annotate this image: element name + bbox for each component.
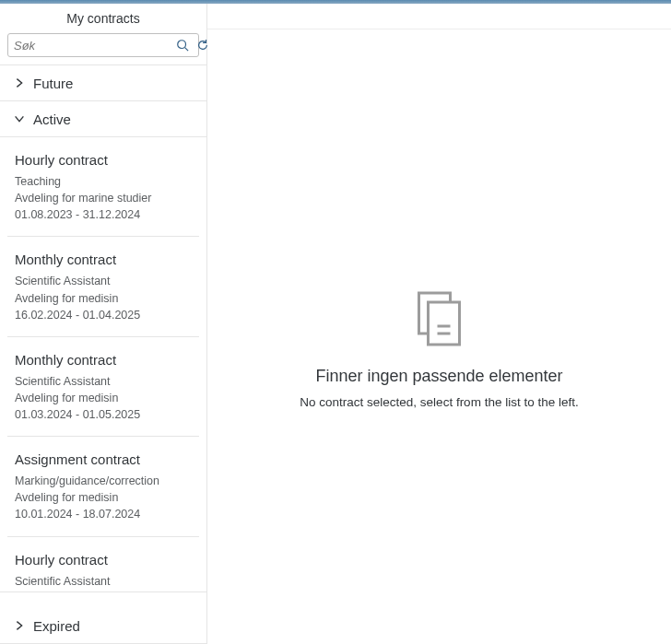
contract-dates: 01.08.2023 - 31.12.2024	[15, 206, 192, 223]
empty-state: Finner ingen passende elementer No contr…	[207, 289, 671, 409]
svg-point-0	[178, 41, 186, 49]
search-row	[0, 31, 206, 65]
section-expired[interactable]: Expired	[0, 608, 206, 644]
contract-dept: Avdeling for medisin	[15, 489, 192, 506]
sidebar-title: My contracts	[0, 4, 206, 31]
contract-title: Hourly contract	[15, 552, 192, 568]
search-box	[7, 33, 199, 57]
main-top-divider	[207, 4, 671, 29]
section-active[interactable]: Active	[0, 101, 206, 137]
section-future-label: Future	[33, 76, 73, 91]
contract-title: Assignment contract	[15, 451, 192, 467]
contract-role: Scientific Assistant	[15, 373, 192, 390]
contract-dept: Avdeling for marine studier	[15, 190, 192, 206]
contract-item[interactable]: Hourly contract Scientific Assistant Avd…	[7, 537, 199, 592]
chevron-right-icon	[11, 617, 28, 634]
sidebar: My contracts	[0, 4, 207, 644]
contract-role: Scientific Assistant	[15, 573, 192, 590]
contract-title: Hourly contract	[15, 152, 192, 168]
section-divider	[0, 591, 206, 608]
contract-role: Teaching	[15, 173, 192, 190]
empty-title: Finner ingen passende elementer	[207, 367, 671, 386]
contract-item[interactable]: Monthly contract Scientific Assistant Av…	[7, 337, 199, 437]
chevron-right-icon	[11, 75, 28, 91]
contract-dates: 16.02.2024 - 01.04.2025	[15, 307, 192, 323]
contract-title: Monthly contract	[15, 252, 192, 267]
section-expired-label: Expired	[33, 618, 80, 634]
search-input[interactable]	[8, 39, 175, 53]
contract-item[interactable]: Hourly contract Teaching Avdeling for ma…	[7, 137, 199, 237]
chevron-down-icon	[11, 111, 28, 127]
main-panel: Finner ingen passende elementer No contr…	[207, 4, 671, 644]
section-future[interactable]: Future	[0, 65, 206, 101]
contract-title: Monthly contract	[15, 352, 192, 368]
document-icon	[414, 289, 465, 348]
contract-dept: Avdeling for medisin	[15, 390, 192, 406]
svg-rect-3	[429, 302, 460, 345]
contract-item[interactable]: Monthly contract Scientific Assistant Av…	[7, 237, 199, 336]
contract-dates: 01.03.2024 - 01.05.2025	[15, 406, 192, 423]
contract-role: Marking/guidance/correction	[15, 473, 192, 489]
svg-line-1	[185, 48, 189, 52]
app-shell: My contracts	[0, 4, 671, 644]
contract-item[interactable]: Assignment contract Marking/guidance/cor…	[7, 437, 199, 536]
contract-role: Scientific Assistant	[15, 273, 192, 289]
empty-sub: No contract selected, select from the li…	[207, 395, 671, 409]
section-active-label: Active	[33, 111, 71, 127]
search-icon[interactable]	[175, 38, 190, 53]
contract-dept: Avdeling for medisin	[15, 290, 192, 307]
active-contracts-list: Hourly contract Teaching Avdeling for ma…	[0, 137, 206, 591]
contract-dates: 10.01.2024 - 18.07.2024	[15, 506, 192, 522]
